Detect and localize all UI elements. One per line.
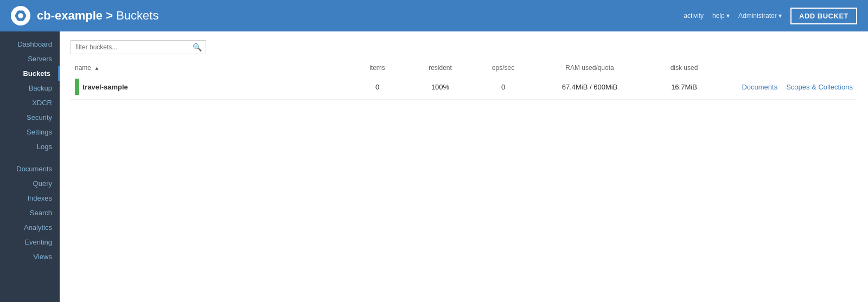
- table-body: travel-sample 0 100% 0 67.4MiB / 600MiB …: [71, 74, 857, 100]
- sidebar-item-xdcr[interactable]: XDCR: [0, 95, 60, 110]
- col-header-items: items: [346, 62, 409, 74]
- col-header-name: name ▲: [71, 62, 346, 74]
- breadcrumb-page: Buckets: [116, 9, 158, 22]
- col-header-actions: [724, 62, 858, 74]
- col-header-ops: ops/sec: [472, 62, 535, 74]
- status-indicator: [75, 79, 79, 95]
- activity-link[interactable]: activity: [684, 12, 704, 20]
- sidebar-item-analytics[interactable]: Analytics: [0, 220, 60, 235]
- sidebar-item-logs[interactable]: Logs: [0, 139, 60, 154]
- bucket-name: travel-sample: [82, 83, 128, 91]
- bucket-name-cell: travel-sample: [71, 74, 346, 100]
- bucket-table: name ▲ items resident ops/sec RAM used/q…: [71, 62, 857, 100]
- help-link[interactable]: help ▾: [712, 12, 730, 20]
- app-logo: [11, 6, 30, 25]
- filter-input[interactable]: [71, 40, 206, 54]
- sidebar-item-servers[interactable]: Servers: [0, 52, 60, 66]
- sidebar-item-eventing[interactable]: Eventing: [0, 235, 60, 249]
- filter-bar: 🔍: [71, 40, 857, 54]
- top-bar: cb-example > Buckets activity help ▾ Adm…: [0, 0, 868, 31]
- bucket-actions-cell: Documents Scopes & Collections: [724, 74, 858, 100]
- top-bar-left: cb-example > Buckets: [11, 6, 158, 25]
- col-header-ram: RAM used/quota: [535, 62, 645, 74]
- bucket-name-inner: travel-sample: [75, 79, 342, 95]
- bucket-resident: 100%: [409, 74, 472, 100]
- breadcrumb: cb-example > Buckets: [37, 9, 158, 23]
- sidebar-item-views[interactable]: Views: [0, 249, 60, 264]
- sidebar-item-documents[interactable]: Documents: [0, 162, 60, 176]
- col-header-resident: resident: [409, 62, 472, 74]
- breadcrumb-app: cb-example: [37, 9, 103, 22]
- main-content: 🔍 name ▲ items resident ops/sec RAM used…: [60, 31, 868, 302]
- sidebar-item-dashboard[interactable]: Dashboard: [0, 37, 60, 52]
- scopes-collections-link[interactable]: Scopes & Collections: [786, 83, 853, 91]
- bucket-actions: Documents Scopes & Collections: [728, 83, 853, 91]
- sidebar-item-backup[interactable]: Backup: [0, 81, 60, 95]
- sort-arrow-name: ▲: [94, 65, 99, 71]
- sidebar-item-indexes[interactable]: Indexes: [0, 191, 60, 205]
- bucket-ops: 0: [472, 74, 535, 100]
- sidebar-item-buckets[interactable]: Buckets: [0, 66, 60, 81]
- logo-icon: [13, 8, 28, 23]
- table-header: name ▲ items resident ops/sec RAM used/q…: [71, 62, 857, 74]
- table-row: travel-sample 0 100% 0 67.4MiB / 600MiB …: [71, 74, 857, 100]
- bucket-ram: 67.4MiB / 600MiB: [535, 74, 645, 100]
- col-header-disk: disk used: [645, 62, 724, 74]
- sidebar-item-search[interactable]: Search: [0, 205, 60, 220]
- filter-input-wrap: 🔍: [71, 40, 206, 54]
- documents-link[interactable]: Documents: [742, 83, 777, 91]
- sidebar: Dashboard Servers Buckets Backup XDCR Se…: [0, 31, 60, 302]
- sidebar-item-settings[interactable]: Settings: [0, 125, 60, 139]
- main-layout: Dashboard Servers Buckets Backup XDCR Se…: [0, 31, 868, 302]
- add-bucket-button[interactable]: ADD BUCKET: [790, 8, 857, 24]
- bucket-disk: 16.7MiB: [645, 74, 724, 100]
- user-menu[interactable]: Administrator ▾: [738, 12, 782, 20]
- bucket-items: 0: [346, 74, 409, 100]
- sidebar-item-security[interactable]: Security: [0, 110, 60, 125]
- sidebar-divider: [0, 154, 60, 162]
- sidebar-item-query[interactable]: Query: [0, 176, 60, 191]
- top-bar-right: activity help ▾ Administrator ▾ ADD BUCK…: [684, 8, 857, 24]
